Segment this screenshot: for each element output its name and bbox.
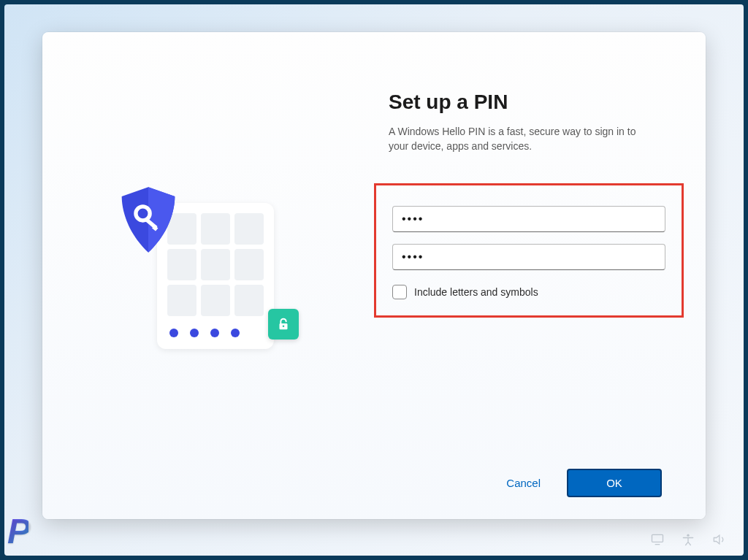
- pin-illustration: [113, 181, 303, 371]
- keypad-cell: [201, 285, 230, 316]
- tray-icons: [650, 532, 726, 547]
- pin-dot: [169, 329, 178, 337]
- pin-dot: [210, 329, 219, 337]
- keypad-cell: [234, 249, 264, 280]
- dialog-button-row: Cancel OK: [389, 440, 662, 497]
- keypad-cell: [167, 285, 196, 316]
- pin-setup-dialog: Set up a PIN A Windows Hello PIN is a fa…: [42, 32, 706, 519]
- keypad-cell: [201, 213, 230, 245]
- keypad-cell: [201, 249, 230, 280]
- pin-dot: [190, 329, 199, 337]
- accessibility-icon[interactable]: [681, 532, 695, 547]
- form-highlight: Include letters and symbols: [374, 183, 684, 318]
- keypad-grid: [167, 213, 264, 317]
- dialog-heading: Set up a PIN: [389, 91, 662, 114]
- include-letters-label: Include letters and symbols: [414, 286, 538, 298]
- svg-rect-5: [652, 534, 663, 542]
- dialog-description: A Windows Hello PIN is a fast, secure wa…: [389, 124, 652, 154]
- watermark-logo: P: [7, 511, 28, 551]
- shield-key-icon: [116, 185, 180, 256]
- pin-input[interactable]: [392, 206, 665, 232]
- illustration-pane: [42, 32, 374, 519]
- keypad-cell: [234, 213, 264, 245]
- ok-button[interactable]: OK: [567, 469, 662, 497]
- volume-icon[interactable]: [711, 532, 726, 547]
- cancel-button[interactable]: Cancel: [493, 469, 554, 496]
- include-letters-checkbox[interactable]: [392, 285, 407, 299]
- unlock-icon: [268, 309, 299, 340]
- include-letters-row: Include letters and symbols: [392, 285, 665, 299]
- pin-dot: [231, 329, 240, 337]
- form-pane: Set up a PIN A Windows Hello PIN is a fa…: [374, 32, 706, 519]
- keypad-cell: [234, 285, 264, 316]
- svg-point-4: [283, 325, 285, 327]
- svg-point-7: [687, 534, 689, 537]
- pin-dots: [167, 324, 264, 339]
- monitor-icon[interactable]: [650, 532, 665, 547]
- confirm-pin-input[interactable]: [392, 244, 665, 270]
